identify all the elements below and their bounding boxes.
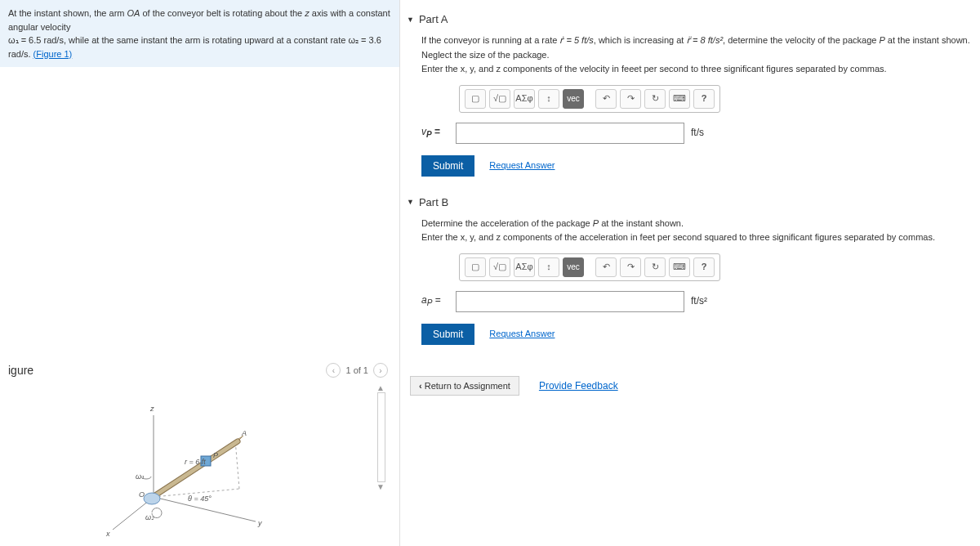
left-column: At the instant shown, the arm OA of the …: [0, 0, 400, 546]
svg-line-10: [155, 441, 238, 495]
vec-button[interactable]: vec: [563, 257, 584, 277]
part-b-submit-button[interactable]: Submit: [421, 324, 474, 345]
prompt-text: of the conveyor belt is rotating about t…: [140, 8, 305, 18]
template-button[interactable]: ▢: [465, 89, 486, 109]
svg-text:A: A: [241, 429, 247, 437]
svg-line-7: [235, 440, 239, 489]
statement-text: P: [879, 35, 884, 45]
keyboard-button[interactable]: ⌨: [669, 257, 690, 277]
help-button[interactable]: ?: [693, 89, 715, 109]
statement-text: ṙ = 5 ft/s: [559, 35, 593, 45]
variable-label: aP =: [421, 293, 449, 310]
part-a-submit-button[interactable]: Submit: [421, 155, 474, 177]
instructions: Enter the x, y, and z components of the …: [421, 62, 973, 77]
variable-label: vP =: [421, 124, 449, 141]
figure-vertical-scrollbar[interactable]: [377, 392, 385, 482]
figure-prev-button[interactable]: ‹: [326, 363, 341, 378]
problem-statement: At the instant shown, the arm OA of the …: [0, 0, 399, 67]
figure-next-button[interactable]: ›: [373, 363, 388, 378]
svg-text:θ = 45°: θ = 45°: [188, 495, 212, 503]
unit-label: ft/s²: [691, 293, 707, 309]
figure-title: igure: [8, 364, 33, 377]
keyboard-button[interactable]: ⌨: [669, 89, 690, 109]
prompt-text: At the instant shown, the arm: [8, 8, 127, 18]
collapse-icon: ▼: [407, 198, 414, 206]
figure-link[interactable]: (Figure 1): [33, 49, 73, 59]
figure-panel: igure ‹ 1 of 1 › z x y: [0, 350, 399, 546]
redo-button[interactable]: ↷: [620, 89, 641, 109]
unit-label: ft/s: [691, 125, 704, 141]
svg-text:x: x: [105, 530, 110, 538]
equation-toolbar: ▢ √▢ ΑΣφ ↕ vec ↶ ↷ ↻ ⌨ ?: [459, 85, 720, 113]
part-a-header[interactable]: ▼ Part A: [407, 8, 973, 34]
undo-button[interactable]: ↶: [595, 89, 617, 109]
statement-text: Determine the acceleration of the packag…: [421, 218, 593, 228]
reset-button[interactable]: ↻: [644, 257, 666, 277]
vec-button[interactable]: vec: [563, 89, 584, 109]
sqrt-button[interactable]: √▢: [489, 89, 510, 109]
greek-button[interactable]: ΑΣφ: [514, 257, 535, 277]
svg-text:ω₁: ω₁: [136, 472, 145, 481]
part-a-title: Part A: [419, 13, 448, 25]
figure-nav: ‹ 1 of 1 ›: [326, 363, 388, 378]
reset-button[interactable]: ↻: [644, 89, 666, 109]
figure-page-label: 1 of 1: [345, 365, 368, 375]
part-b-title: Part B: [419, 196, 448, 208]
equation-toolbar: ▢ √▢ ΑΣφ ↕ vec ↶ ↷ ↻ ⌨ ?: [459, 253, 720, 281]
sqrt-button[interactable]: √▢: [489, 257, 510, 277]
return-to-assignment-button[interactable]: Return to Assignment: [410, 376, 519, 396]
part-b-answer-input[interactable]: [456, 291, 684, 312]
statement-text: If the conveyor is running at a rate: [421, 35, 559, 45]
statement-text: , determine the velocity of the package: [723, 35, 879, 45]
part-b-header[interactable]: ▼ Part B: [407, 191, 973, 217]
svg-text:O: O: [139, 490, 145, 499]
part-a-body: If the conveyor is running at a rate ṙ =…: [407, 34, 973, 191]
statement-text: r̈ = 8 ft/s²: [686, 35, 723, 45]
subsup-button[interactable]: ↕: [538, 257, 559, 277]
svg-point-14: [144, 493, 160, 504]
redo-button[interactable]: ↷: [620, 257, 641, 277]
provide-feedback-link[interactable]: Provide Feedback: [539, 380, 618, 392]
figure-diagram: z x y P A: [96, 399, 284, 538]
statement-text: , which is increasing at: [594, 35, 687, 45]
greek-button[interactable]: ΑΣφ: [514, 89, 535, 109]
instructions: Enter the x, y, and z components of the …: [421, 230, 973, 245]
svg-text:ω₂: ω₂: [145, 513, 154, 521]
undo-button[interactable]: ↶: [595, 257, 617, 277]
prompt-oa: OA: [127, 8, 140, 18]
right-column: ▼ Part A If the conveyor is running at a…: [400, 0, 980, 546]
part-a-request-answer[interactable]: Request Answer: [489, 159, 555, 173]
svg-text:P: P: [213, 451, 218, 459]
help-button[interactable]: ?: [693, 257, 715, 277]
part-a-answer-input[interactable]: [456, 123, 684, 144]
part-b-body: Determine the acceleration of the packag…: [407, 217, 973, 360]
statement-text: at the instant shown.: [599, 218, 684, 228]
svg-text:y: y: [257, 519, 262, 527]
svg-text:z: z: [149, 405, 154, 413]
collapse-icon: ▼: [407, 16, 414, 24]
subsup-button[interactable]: ↕: [538, 89, 559, 109]
svg-text:r = 6 ft: r = 6 ft: [185, 458, 206, 466]
part-b-request-answer[interactable]: Request Answer: [489, 327, 555, 342]
statement-text: P: [593, 218, 599, 228]
template-button[interactable]: ▢: [465, 257, 486, 277]
